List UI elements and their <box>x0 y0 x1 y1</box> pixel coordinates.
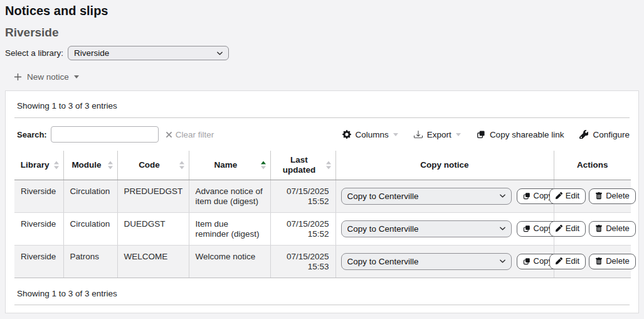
delete-button-label: Delete <box>606 256 630 266</box>
clear-filter-label: Clear filter <box>176 130 214 139</box>
table-info-bottom: Showing 1 to 3 of 3 entries <box>17 289 630 298</box>
pencil-icon <box>556 225 562 232</box>
caret-down-icon <box>393 133 398 136</box>
copy-icon <box>477 130 485 139</box>
table-row: Riverside Patrons WELCOME Welcome notice… <box>14 245 631 278</box>
divider <box>14 117 630 118</box>
column-header-module[interactable]: Module <box>63 151 117 180</box>
delete-notice-button[interactable]: Delete <box>589 188 636 204</box>
cell-last-updated: 07/15/2025 15:53 <box>270 245 335 278</box>
copy-shareable-link-button[interactable]: Copy shareable link <box>477 130 564 139</box>
cell-actions: Edit Delete <box>554 180 631 212</box>
caret-down-icon <box>456 133 461 136</box>
column-header-label: Name <box>214 160 238 170</box>
new-notice-label: New notice <box>27 72 69 82</box>
column-header-label: Code <box>139 160 160 170</box>
column-header-code[interactable]: Code <box>117 151 189 180</box>
column-header-library[interactable]: Library <box>14 151 63 180</box>
caret-down-icon <box>74 75 79 78</box>
cell-module: Circulation <box>63 180 117 212</box>
cell-last-updated: 07/15/2025 15:52 <box>270 212 335 245</box>
export-button[interactable]: Export <box>414 130 461 139</box>
cell-name: Welcome notice <box>189 245 270 278</box>
table-info-top: Showing 1 to 3 of 3 entries <box>17 101 630 111</box>
cell-actions: Edit Delete <box>554 212 631 245</box>
columns-button[interactable]: Columns <box>342 130 398 139</box>
column-header-copy-notice: Copy notice <box>335 151 554 180</box>
cell-copy-notice: Copy to Centerville Copy <box>335 180 554 212</box>
copy-icon <box>523 192 531 200</box>
cell-library: Riverside <box>14 212 63 245</box>
sort-asc-icon <box>261 161 266 169</box>
copy-shareable-link-label: Copy shareable link <box>490 130 564 139</box>
sort-icon <box>108 161 113 169</box>
configure-label: Configure <box>593 130 630 139</box>
column-header-label: Actions <box>577 160 608 170</box>
trash-icon <box>595 192 603 200</box>
copy-to-library-select[interactable]: Copy to Centerville <box>341 220 512 237</box>
cell-module: Patrons <box>63 245 117 278</box>
download-icon <box>414 130 423 139</box>
edit-notice-button[interactable]: Edit <box>549 188 586 204</box>
x-icon <box>166 131 172 138</box>
gear-icon <box>342 130 351 139</box>
page-header: Notices and slips Riverside Select a lib… <box>0 0 644 83</box>
trash-icon <box>595 225 603 232</box>
column-header-label: Copy notice <box>420 160 468 170</box>
table-row: Riverside Circulation DUEDGST Item due r… <box>14 212 631 245</box>
cell-module: Circulation <box>63 212 117 245</box>
delete-notice-button[interactable]: Delete <box>589 221 636 237</box>
column-header-label: Last updated <box>283 155 316 175</box>
delete-button-label: Delete <box>606 191 630 201</box>
edit-button-label: Edit <box>566 191 579 201</box>
copy-to-library-select[interactable]: Copy to Centerville <box>341 253 512 270</box>
cell-copy-notice: Copy to Centerville Copy <box>335 212 554 245</box>
cell-actions: Edit Delete <box>554 245 631 278</box>
notices-panel: Showing 1 to 3 of 3 entries Search: Clea… <box>5 90 639 313</box>
divider <box>14 305 630 305</box>
cell-code: PREDUEDGST <box>117 180 189 212</box>
edit-notice-button[interactable]: Edit <box>549 254 586 269</box>
sort-icon <box>54 161 59 169</box>
copy-icon <box>523 225 531 232</box>
plus-icon <box>14 73 22 81</box>
clear-filter-button[interactable]: Clear filter <box>166 130 214 139</box>
cell-library: Riverside <box>14 180 63 212</box>
library-select-label: Select a library: <box>5 48 63 58</box>
edit-notice-button[interactable]: Edit <box>549 221 586 237</box>
table-header-row: Library Module Code Name Last updated <box>14 151 631 180</box>
cell-name: Advance notice of item due (digest) <box>189 180 270 212</box>
column-header-label: Library <box>21 160 50 170</box>
search-label: Search: <box>17 130 47 139</box>
new-notice-button[interactable]: New notice <box>14 72 79 82</box>
columns-label: Columns <box>356 130 389 139</box>
cell-copy-notice: Copy to Centerville Copy <box>335 245 554 278</box>
copy-icon <box>523 257 531 265</box>
delete-notice-button[interactable]: Delete <box>589 254 636 269</box>
cell-last-updated: 07/15/2025 15:52 <box>270 180 335 212</box>
sort-icon <box>326 161 331 169</box>
cell-library: Riverside <box>14 245 63 278</box>
page-title: Notices and slips <box>5 3 639 18</box>
cell-code: WELCOME <box>117 245 189 278</box>
search-input[interactable] <box>51 126 159 143</box>
delete-button-label: Delete <box>606 224 630 234</box>
sort-icon <box>179 161 184 169</box>
copy-to-library-select[interactable]: Copy to Centerville <box>341 188 512 205</box>
cell-code: DUEDGST <box>117 212 189 245</box>
library-select-row: Select a library: Riverside <box>5 46 639 60</box>
notices-table: Library Module Code Name Last updated <box>14 151 631 278</box>
cell-name: Item due reminder (digest) <box>189 212 270 245</box>
table-controls: Search: Clear filter Columns Export <box>14 126 630 143</box>
column-header-actions: Actions <box>554 151 631 180</box>
pencil-icon <box>556 192 562 199</box>
trash-icon <box>595 257 603 265</box>
configure-button[interactable]: Configure <box>579 130 630 139</box>
library-select[interactable]: Riverside <box>68 46 229 60</box>
wrench-icon <box>579 130 588 139</box>
edit-button-label: Edit <box>566 224 579 234</box>
library-subtitle: Riverside <box>5 26 639 40</box>
column-header-last-updated[interactable]: Last updated <box>270 151 335 180</box>
column-header-name[interactable]: Name <box>189 151 270 180</box>
export-label: Export <box>427 130 451 139</box>
